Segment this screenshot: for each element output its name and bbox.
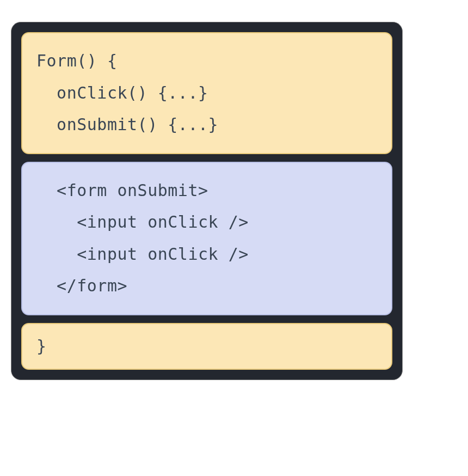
- code-line: Form() {: [36, 45, 377, 77]
- code-line: onSubmit() {...}: [36, 109, 377, 141]
- code-line: </form>: [36, 270, 377, 302]
- code-line: <input onClick />: [36, 206, 377, 239]
- component-declaration-block: Form() { onClick() {...} onSubmit() {...…: [21, 32, 392, 154]
- code-line: }: [36, 331, 377, 363]
- component-close-block: }: [21, 323, 392, 370]
- code-line: <form onSubmit>: [36, 175, 377, 207]
- code-line: <input onClick />: [36, 239, 377, 271]
- diagram-container: Form() { onClick() {...} onSubmit() {...…: [11, 22, 403, 380]
- jsx-render-block: <form onSubmit> <input onClick /> <input…: [21, 162, 392, 315]
- code-line: onClick() {...}: [36, 77, 377, 109]
